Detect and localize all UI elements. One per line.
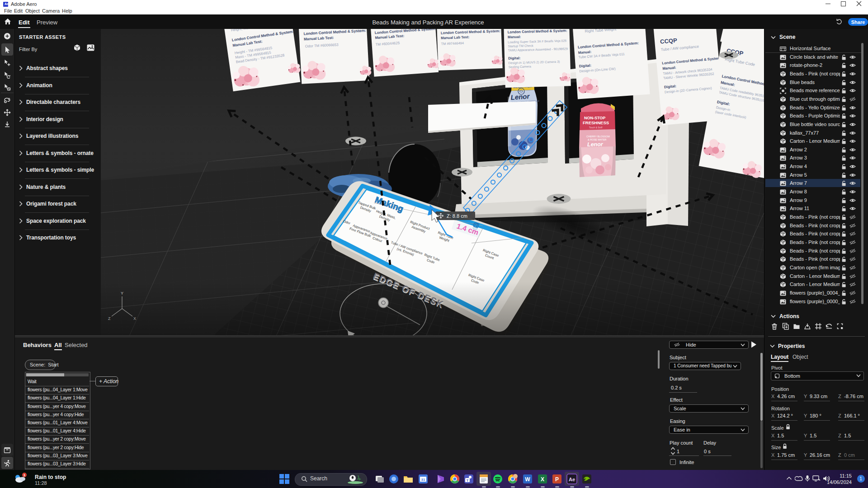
- svg-text:NON-STOP: NON-STOP: [584, 116, 605, 120]
- svg-text:Manual:: Manual:: [508, 35, 521, 39]
- svg-text:Lenor: Lenor: [510, 92, 530, 101]
- svg-text:& ROSE WATER: & ROSE WATER: [588, 138, 607, 141]
- svg-text:Digital:: Digital:: [508, 56, 520, 61]
- svg-text:X: X: [541, 476, 544, 483]
- svg-text:Touch & Sniff: Touch & Sniff: [589, 126, 603, 129]
- svg-text:TM #97446494: TM #97446494: [441, 41, 464, 46]
- svg-text:Ae: Ae: [569, 477, 575, 482]
- svg-text:Z: 8.8 cm: Z: 8.8 cm: [447, 213, 467, 219]
- svg-text:FRESHNESS: FRESHNESS: [583, 120, 609, 125]
- svg-text:P: P: [555, 476, 559, 483]
- svg-text:Digital:: Digital:: [579, 63, 592, 68]
- svg-text:W: W: [525, 476, 530, 483]
- svg-text:T: T: [467, 479, 469, 483]
- svg-text:31: 31: [421, 478, 425, 482]
- svg-text:1: 1: [24, 473, 26, 477]
- svg-text:CHERRY BLOSSOM: CHERRY BLOSSOM: [586, 135, 610, 138]
